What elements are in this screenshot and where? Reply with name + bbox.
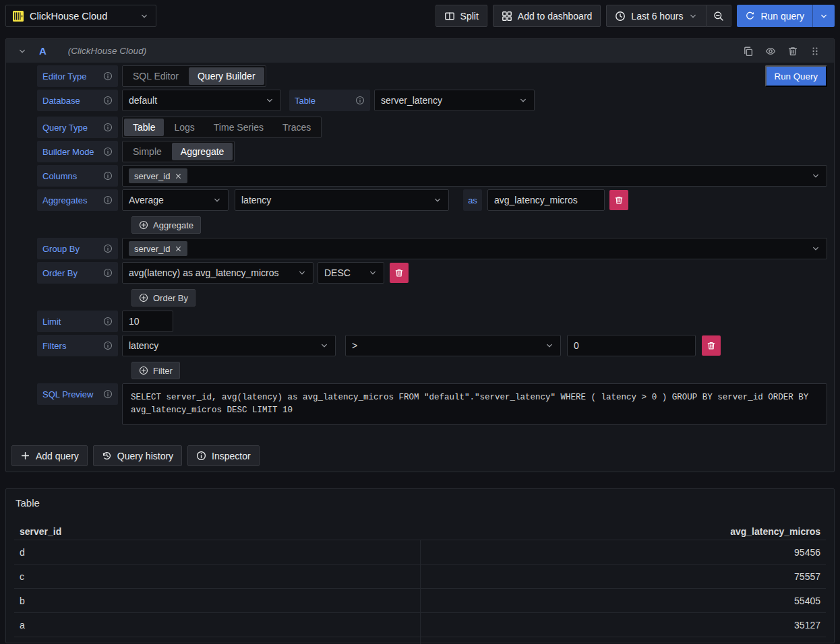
info-circle-icon [196, 451, 206, 461]
time-range-button[interactable]: Last 6 hours [606, 5, 707, 27]
query-type-option-traces[interactable]: Traces [274, 119, 320, 136]
add-order-by-button[interactable]: Order By [131, 289, 196, 307]
chevron-down-icon [320, 341, 329, 350]
info-icon [103, 317, 113, 326]
aggregate-column-select[interactable]: latency [235, 189, 449, 211]
info-icon [103, 244, 113, 253]
info-icon [103, 341, 113, 350]
order-by-field-select[interactable]: avg(latency) as avg_latency_micros [122, 262, 313, 284]
run-query-split-button: Run query [737, 5, 835, 27]
info-icon [103, 123, 113, 132]
add-filter-button[interactable]: Filter [131, 362, 180, 379]
table-body: d 95456 c 75557 b 55405 a 35127 [14, 540, 826, 644]
info-icon [103, 71, 113, 81]
columns-multiselect[interactable]: server_id [122, 165, 827, 187]
chevron-down-icon [545, 341, 554, 350]
info-icon [103, 195, 113, 205]
limit-label: Limit [37, 311, 118, 332]
clock-icon [615, 11, 626, 22]
time-picker-group: Last 6 hours [606, 5, 731, 27]
column-divider [420, 540, 421, 644]
refresh-icon [745, 11, 755, 21]
order-by-direction-select[interactable]: DESC [318, 262, 384, 284]
remove-filter-button[interactable] [702, 335, 721, 356]
builder-mode-option-aggregate[interactable]: Aggregate [172, 143, 233, 160]
editor-type-switch: SQL Editor Query Builder [122, 65, 266, 87]
zoom-out-icon [713, 11, 724, 22]
chevron-down-icon [518, 96, 528, 105]
trash-icon [614, 195, 624, 205]
column-header-avg-latency[interactable]: avg_latency_micros [420, 526, 826, 537]
limit-input[interactable] [122, 311, 173, 332]
sql-preview-code: SELECT server_id, avg(latency) as avg_la… [122, 383, 827, 425]
zoom-out-time-button[interactable] [707, 5, 731, 27]
remove-aggregate-button[interactable] [609, 190, 628, 210]
add-to-dashboard-button[interactable]: Add to dashboard [493, 5, 601, 27]
collapse-query-icon[interactable] [18, 46, 27, 56]
chevron-down-icon [688, 11, 698, 21]
run-query-editor-button[interactable]: Run Query [765, 65, 827, 87]
split-button[interactable]: Split [436, 5, 487, 27]
query-type-row: Query Type Table Logs Time Series Traces [37, 117, 827, 138]
add-filter-row: Filter [37, 359, 827, 383]
column-header-server-id[interactable]: server_id [14, 526, 420, 537]
chevron-down-icon [140, 11, 149, 21]
editor-type-option-sql[interactable]: SQL Editor [124, 67, 187, 85]
dashboard-grid-icon [502, 11, 512, 22]
query-type-option-timeseries[interactable]: Time Series [205, 119, 272, 136]
remove-chip-icon[interactable] [175, 172, 182, 180]
info-icon [103, 268, 113, 278]
table-result-panel: Table server_id avg_latency_micros d 954… [5, 488, 835, 643]
info-icon [103, 96, 113, 105]
filter-value-input[interactable] [567, 335, 696, 356]
chevron-down-icon [819, 11, 829, 21]
duplicate-query-icon[interactable] [743, 46, 754, 57]
explore-toolbar: ClickHouse Cloud Split Add to dashboard … [0, 0, 840, 32]
info-icon [103, 389, 113, 399]
group-by-multiselect[interactable]: server_id [122, 238, 827, 259]
info-icon [103, 147, 113, 156]
query-builder-form: Editor Type SQL Editor Query Builder Run… [6, 63, 834, 425]
add-order-by-row: Order By [37, 286, 827, 311]
remove-chip-icon[interactable] [175, 245, 182, 253]
filter-column-select[interactable]: latency [122, 335, 336, 356]
aggregate-alias-input[interactable] [487, 189, 605, 211]
table-select[interactable]: server_latency [374, 90, 535, 111]
clickhouse-logo-icon [13, 11, 24, 22]
builder-mode-option-simple[interactable]: Simple [124, 143, 171, 160]
columns-label: Columns [37, 165, 118, 187]
info-icon [355, 96, 365, 105]
query-type-option-logs[interactable]: Logs [165, 119, 203, 136]
table-label: Table [289, 90, 370, 111]
trash-icon [707, 341, 716, 350]
plus-icon [20, 451, 30, 461]
columns-row: Columns server_id [37, 165, 827, 187]
query-type-option-table[interactable]: Table [124, 119, 164, 136]
query-ref-id[interactable]: A [39, 45, 47, 57]
builder-mode-label: Builder Mode [37, 141, 118, 162]
plus-circle-icon [139, 220, 148, 230]
add-aggregate-button[interactable]: Aggregate [131, 216, 201, 234]
datasource-picker[interactable]: ClickHouse Cloud [5, 5, 156, 27]
remove-query-icon[interactable] [787, 46, 798, 57]
run-query-interval-dropdown[interactable] [812, 5, 835, 27]
inspector-button[interactable]: Inspector [187, 445, 260, 466]
filter-operator-select[interactable]: > [345, 335, 561, 356]
add-query-button[interactable]: Add query [11, 445, 88, 466]
split-icon [444, 11, 455, 22]
drag-handle-icon[interactable] [810, 46, 820, 57]
as-keyword-label: as [463, 189, 482, 211]
query-history-button[interactable]: Query history [93, 445, 182, 466]
editor-type-row: Editor Type SQL Editor Query Builder Run… [37, 65, 827, 87]
chevron-down-icon [265, 96, 274, 105]
toggle-visibility-icon[interactable] [765, 46, 776, 57]
remove-order-by-button[interactable] [390, 263, 409, 283]
database-select[interactable]: default [122, 90, 281, 111]
editor-type-option-builder[interactable]: Query Builder [189, 67, 264, 85]
order-by-row: Order By avg(latency) as avg_latency_mic… [37, 262, 827, 284]
aggregate-function-select[interactable]: Average [122, 189, 229, 211]
run-query-button[interactable]: Run query [737, 5, 812, 27]
toolbar-actions: Split Add to dashboard Last 6 hours Run … [436, 5, 835, 27]
history-icon [102, 451, 112, 461]
trash-icon [394, 268, 404, 278]
